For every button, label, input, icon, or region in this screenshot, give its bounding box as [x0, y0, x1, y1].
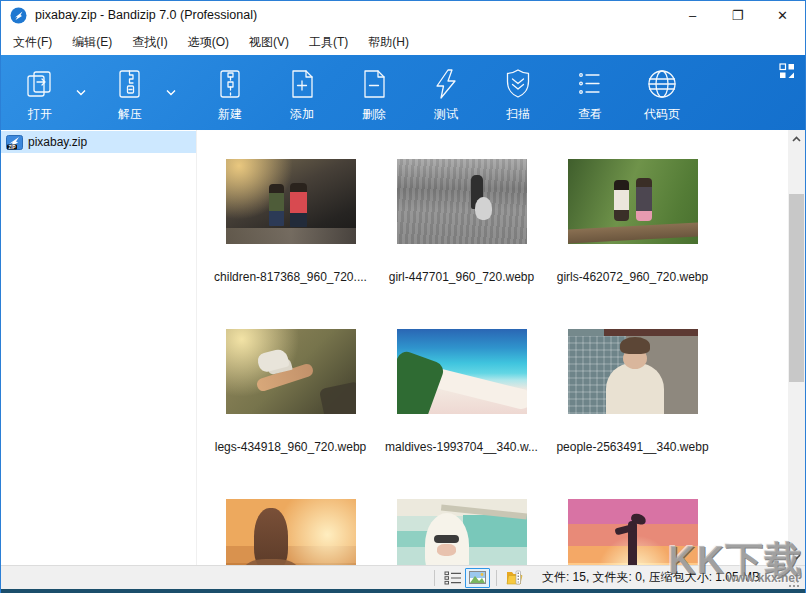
- thumbnail-girls-photo[interactable]: [568, 159, 698, 244]
- toolbar-layout-icon[interactable]: [779, 63, 795, 79]
- statusbar-separator: [496, 570, 497, 586]
- scrollbar-thumb[interactable]: [789, 194, 804, 382]
- open-archive-icon: [22, 66, 58, 102]
- view-list-icon: [572, 66, 608, 102]
- window-title: pixabay.zip - Bandizip 7.0 (Professional…: [35, 8, 257, 22]
- new-archive-button[interactable]: 新建: [199, 60, 261, 126]
- menu-bar: 文件(F) 编辑(E) 查找(I) 选项(O) 视图(V) 工具(T) 帮助(H…: [1, 29, 805, 55]
- thumbnail-girl-teddy-photo[interactable]: [397, 159, 527, 244]
- open-dropdown-button[interactable]: [71, 60, 91, 126]
- file-cell: maldives-1993704__340.w...: [376, 314, 547, 484]
- file-name[interactable]: maldives-1993704__340.w...: [385, 440, 538, 454]
- status-summary: 文件: 15, 文件夹: 0, 压缩包大小: 1.05 MB: [542, 569, 760, 586]
- open-button[interactable]: 打开: [9, 60, 71, 126]
- test-archive-icon: [428, 66, 464, 102]
- thumbnail-legs-photo[interactable]: [226, 329, 356, 414]
- window-controls: – ❐ ✕: [670, 1, 805, 29]
- file-name[interactable]: girl-447701_960_720.webp: [389, 270, 534, 284]
- file-name[interactable]: legs-434918_960_720.webp: [215, 440, 366, 454]
- malware-scan-button[interactable]: 扫描: [487, 60, 549, 126]
- window-bottom-border: [1, 589, 805, 593]
- details-view-icon: [444, 571, 462, 585]
- tree-item-label: pixabay.zip: [28, 135, 87, 149]
- toolbar-label: 测试: [434, 106, 458, 123]
- details-view-button[interactable]: [441, 568, 465, 588]
- file-cell: girls-462072_960_720.webp: [547, 144, 718, 314]
- bandizip-app-icon: [10, 7, 27, 24]
- test-archive-button[interactable]: 测试: [415, 60, 477, 126]
- main-toolbar: 打开 解压: [1, 55, 805, 130]
- open-folder-zip-icon: [506, 570, 523, 585]
- toolbar-label: 解压: [118, 106, 142, 123]
- add-files-icon: [284, 66, 320, 102]
- svg-text:ZIP: ZIP: [8, 144, 15, 149]
- thumbnail-maldives-photo[interactable]: [397, 329, 527, 414]
- codepage-button[interactable]: 代码页: [631, 60, 693, 126]
- file-grid: children-817368_960_720.... girl-447701_…: [197, 130, 788, 565]
- maximize-button[interactable]: ❐: [715, 1, 760, 29]
- statusbar-separator: [434, 570, 435, 586]
- file-cell: legs-434918_960_720.webp: [205, 314, 376, 484]
- delete-files-icon: [356, 66, 392, 102]
- thumbnail-car-scarf-photo[interactable]: [397, 499, 527, 565]
- toolbar-label: 扫描: [506, 106, 530, 123]
- file-cell: [205, 484, 376, 565]
- menu-options[interactable]: 选项(O): [178, 30, 239, 55]
- resize-grip[interactable]: [786, 574, 799, 587]
- menu-file[interactable]: 文件(F): [3, 30, 62, 55]
- codepage-globe-icon: [644, 66, 680, 102]
- menu-help[interactable]: 帮助(H): [358, 30, 419, 55]
- toolbar-label: 新建: [218, 106, 242, 123]
- bandizip-window: pixabay.zip - Bandizip 7.0 (Professional…: [0, 0, 806, 593]
- menu-find[interactable]: 查找(I): [122, 30, 177, 55]
- extract-icon: [112, 66, 148, 102]
- archive-tree-panel: ZIP pixabay.zip: [1, 130, 197, 565]
- thumbnail-children-photo[interactable]: [226, 159, 356, 244]
- toolbar-label: 代码页: [644, 106, 680, 123]
- thumbnail-view-button[interactable]: [465, 568, 490, 588]
- toolbar-label: 删除: [362, 106, 386, 123]
- malware-scan-icon: [500, 66, 536, 102]
- toolbar-label: 打开: [28, 106, 52, 123]
- menu-edit[interactable]: 编辑(E): [62, 30, 122, 55]
- menu-view[interactable]: 视图(V): [239, 30, 299, 55]
- tree-item-pixabay-zip[interactable]: ZIP pixabay.zip: [1, 131, 196, 153]
- chevron-down-icon: [166, 89, 176, 96]
- chevron-down-icon: [76, 89, 86, 96]
- close-button[interactable]: ✕: [760, 1, 805, 29]
- content-area: ZIP pixabay.zip children-817368_960_720.…: [1, 130, 805, 565]
- add-files-button[interactable]: 添加: [271, 60, 333, 126]
- title-bar: pixabay.zip - Bandizip 7.0 (Professional…: [1, 1, 805, 29]
- thumbnail-view-icon: [469, 571, 486, 584]
- file-name[interactable]: children-817368_960_720....: [214, 270, 367, 284]
- toolbar-label: 添加: [290, 106, 314, 123]
- extract-dropdown-button[interactable]: [161, 60, 181, 126]
- minimize-button[interactable]: –: [670, 1, 715, 29]
- new-archive-icon: [212, 66, 248, 102]
- scroll-down-arrow-icon[interactable]: [788, 548, 805, 565]
- file-cell: girl-447701_960_720.webp: [376, 144, 547, 314]
- toolbar-label: 查看: [578, 106, 602, 123]
- scroll-up-arrow-icon[interactable]: [788, 130, 805, 147]
- delete-files-button[interactable]: 删除: [343, 60, 405, 126]
- vertical-scrollbar[interactable]: [788, 130, 805, 565]
- open-archive-folder-button[interactable]: [503, 568, 526, 588]
- file-cell: people-2563491__340.webp: [547, 314, 718, 484]
- file-cell: [376, 484, 547, 565]
- view-button[interactable]: 查看: [559, 60, 621, 126]
- zip-file-icon: ZIP: [6, 135, 23, 150]
- thumbnail-silhouette-photo[interactable]: [568, 499, 698, 565]
- menu-tools[interactable]: 工具(T): [299, 30, 358, 55]
- thumbnail-people-photo[interactable]: [568, 329, 698, 414]
- thumbnail-sunset-girl-photo[interactable]: [226, 499, 356, 565]
- file-name[interactable]: people-2563491__340.webp: [556, 440, 708, 454]
- file-name[interactable]: girls-462072_960_720.webp: [557, 270, 708, 284]
- extract-button[interactable]: 解压: [99, 60, 161, 126]
- file-cell: [547, 484, 718, 565]
- file-cell: children-817368_960_720....: [205, 144, 376, 314]
- status-bar: 文件: 15, 文件夹: 0, 压缩包大小: 1.05 MB: [1, 565, 805, 589]
